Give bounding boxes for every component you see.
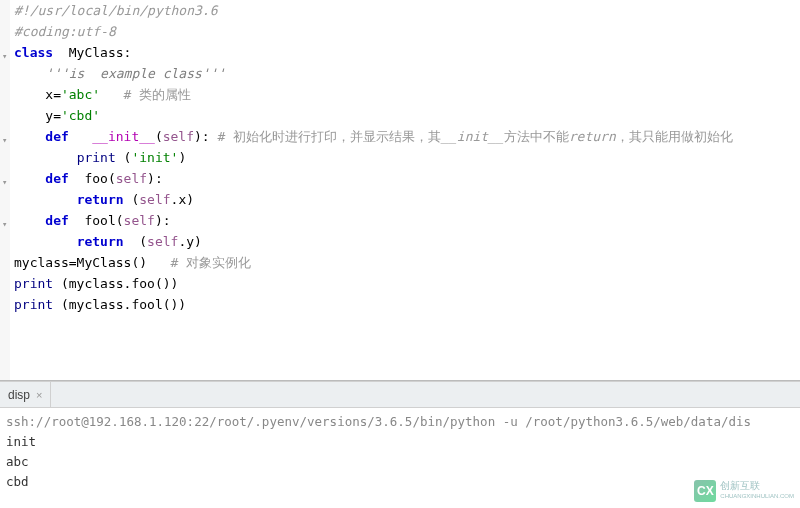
keyword-def: def xyxy=(14,129,69,144)
code-content[interactable]: #!/usr/local/bin/python3.6 #coding:utf-8… xyxy=(0,0,800,315)
console-output[interactable]: ssh://root@192.168.1.120:22/root/.pyenv/… xyxy=(0,408,800,496)
keyword-def: def xyxy=(14,171,69,186)
keyword-class: class xyxy=(14,45,53,60)
code-line[interactable]: return (self.y) xyxy=(14,231,800,252)
console-command: ssh://root@192.168.1.120:22/root/.pyenv/… xyxy=(6,412,794,432)
inline-comment: # 类的属性 xyxy=(100,87,191,102)
self-param: self xyxy=(124,213,155,228)
inline-comment: # 对象实例化 xyxy=(171,255,252,270)
fold-icon[interactable]: ▾ xyxy=(2,172,12,182)
code-line[interactable]: ▾ def fool(self): xyxy=(14,210,800,231)
code-line[interactable]: x='abc' # 类的属性 xyxy=(14,84,800,105)
tab-label: disp xyxy=(8,388,30,402)
coding-comment: #coding:utf-8 xyxy=(14,24,116,39)
builtin-print: print xyxy=(14,297,61,312)
shebang-comment: #!/usr/local/bin/python3.6 xyxy=(14,3,218,18)
code-line[interactable]: ▾ def foo(self): xyxy=(14,168,800,189)
console-line: cbd xyxy=(6,472,794,492)
string-literal: 'cbd' xyxy=(61,108,100,123)
keyword-def: def xyxy=(14,213,69,228)
fold-icon[interactable]: ▾ xyxy=(2,46,12,56)
code-line[interactable]: myclass=MyClass() # 对象实例化 xyxy=(14,252,800,273)
code-line[interactable]: ▾class MyClass: xyxy=(14,42,800,63)
code-line[interactable]: print (myclass.foo()) xyxy=(14,273,800,294)
code-line[interactable]: print (myclass.fool()) xyxy=(14,294,800,315)
fold-icon[interactable]: ▾ xyxy=(2,130,12,140)
console-line: init xyxy=(6,432,794,452)
close-icon[interactable]: × xyxy=(36,389,42,401)
console-tab-disp[interactable]: disp × xyxy=(0,382,51,407)
watermark-text: 创新互联 CHUANGXINHULIAN.COM xyxy=(720,481,794,501)
builtin-print: print xyxy=(14,276,61,291)
code-line[interactable]: return (self.x) xyxy=(14,189,800,210)
code-line[interactable]: y='cbd' xyxy=(14,105,800,126)
code-line[interactable]: print ('init') xyxy=(14,147,800,168)
assign-y: y= xyxy=(14,108,61,123)
code-line[interactable]: #coding:utf-8 xyxy=(14,21,800,42)
instantiation: myclass=MyClass() xyxy=(14,255,171,270)
self-ref: self xyxy=(147,234,178,249)
code-line[interactable]: ▾ def __init__(self): # 初始化时进行打印，并显示结果，其… xyxy=(14,126,800,147)
console-line: abc xyxy=(6,452,794,472)
keyword-return: return xyxy=(77,234,124,249)
func-init: __init__ xyxy=(69,129,155,144)
string-literal: 'init' xyxy=(131,150,178,165)
fold-icon[interactable]: ▾ xyxy=(2,214,12,224)
class-name: MyClass: xyxy=(53,45,131,60)
docstring: '''is example class''' xyxy=(14,66,225,81)
func-foo: foo xyxy=(69,171,108,186)
self-param: self xyxy=(163,129,194,144)
func-fool: fool xyxy=(69,213,116,228)
code-line[interactable]: '''is example class''' xyxy=(14,63,800,84)
string-literal: 'abc' xyxy=(61,87,100,102)
inline-comment: # 初始化时进行打印，并显示结果，其 xyxy=(218,129,442,144)
builtin-print: print xyxy=(77,150,124,165)
keyword-return: return xyxy=(77,192,124,207)
watermark-logo: CX xyxy=(694,480,716,502)
self-param: self xyxy=(116,171,147,186)
assign-x: x= xyxy=(14,87,61,102)
watermark: CX 创新互联 CHUANGXINHULIAN.COM xyxy=(694,480,794,502)
code-editor[interactable]: #!/usr/local/bin/python3.6 #coding:utf-8… xyxy=(0,0,800,380)
console-tab-bar: disp × xyxy=(0,382,800,408)
self-ref: self xyxy=(139,192,170,207)
code-line[interactable]: #!/usr/local/bin/python3.6 xyxy=(14,0,800,21)
